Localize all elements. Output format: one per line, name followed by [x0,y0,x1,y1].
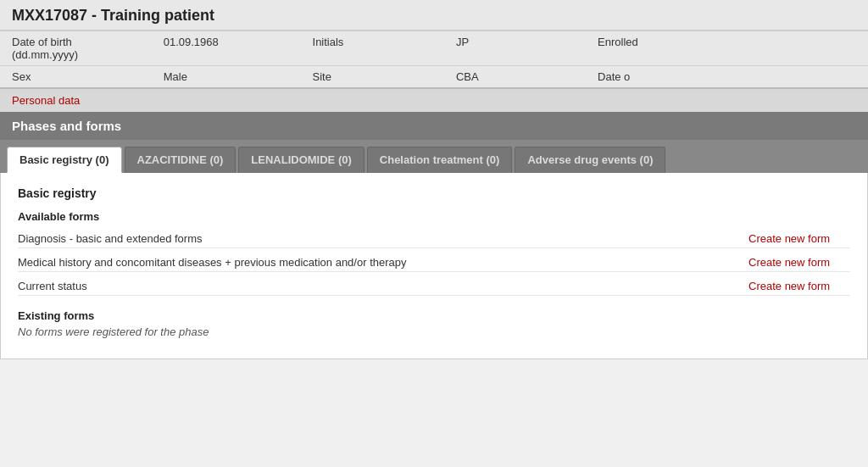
phases-header: Phases and forms [0,112,868,140]
tab-content: Basic registry Available forms Diagnosis… [0,173,868,359]
create-form-link-2[interactable]: Create new form [748,256,850,269]
create-form-link-3[interactable]: Create new form [748,280,850,292]
form-name-1: Diagnosis - basic and extended forms [18,232,748,245]
form-row-3: Current status Create new form [18,277,850,296]
dob-label: Date of birth (dd.mm.yyyy) [0,31,152,66]
tab-chelation[interactable]: Chelation treatment (0) [367,147,513,173]
patient-info-table: Date of birth (dd.mm.yyyy) 01.09.1968 In… [0,31,868,89]
form-name-2: Medical history and concomitant diseases… [18,256,748,269]
enrolled-label: Enrolled [586,31,732,66]
initials-label: Initials [301,31,444,66]
page-title: MXX17087 - Training patient [12,7,214,24]
tab-adverse[interactable]: Adverse drug events (0) [515,147,665,173]
site-value: CBA [444,66,586,89]
tab-basic-registry[interactable]: Basic registry (0) [7,147,122,173]
patient-info-row-1: Date of birth (dd.mm.yyyy) 01.09.1968 In… [0,31,868,66]
date-other-value [732,66,868,89]
tab-content-title: Basic registry [18,186,850,200]
initials-value: JP [444,31,586,66]
sex-label: Sex [0,66,152,89]
form-row-1: Diagnosis - basic and extended forms Cre… [18,230,850,248]
no-forms-text: No forms were registered for the phase [18,325,850,338]
site-label: Site [301,66,444,89]
patient-info-row-2: Sex Male Site CBA Date o [0,66,868,89]
form-name-3: Current status [18,280,748,292]
existing-forms-label: Existing forms [18,309,850,322]
personal-data-link[interactable]: Personal data [12,94,80,107]
dob-value: 01.09.1968 [152,31,301,66]
tab-azacitidine[interactable]: AZACITIDINE (0) [125,147,236,173]
phases-title: Phases and forms [12,119,121,133]
page-header: MXX17087 - Training patient [0,0,868,31]
date-other-label: Date o [586,66,732,89]
sex-value: Male [152,66,301,89]
available-forms-label: Available forms [18,210,850,223]
create-form-link-1[interactable]: Create new form [748,232,850,245]
enrolled-value [732,31,868,66]
form-row-2: Medical history and concomitant diseases… [18,253,850,272]
tab-lenalidomide[interactable]: LENALIDOMIDE (0) [238,147,364,173]
personal-data-section: Personal data [0,89,868,112]
tabs-container: Basic registry (0) AZACITIDINE (0) LENAL… [0,140,868,173]
